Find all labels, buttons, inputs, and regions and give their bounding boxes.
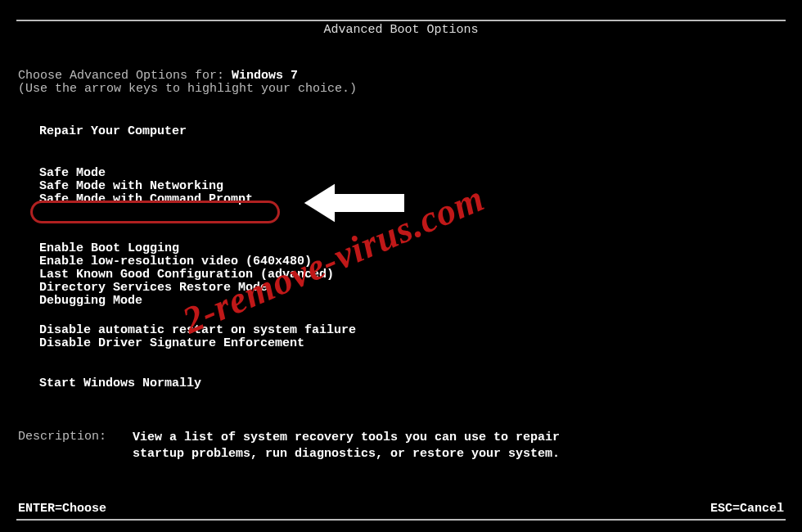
menu-item-debugging[interactable]: Debugging Mode: [39, 294, 142, 308]
border-top: [16, 20, 786, 21]
menu-item-disable-restart[interactable]: Disable automatic restart on system fail…: [39, 323, 356, 337]
instruction-line: (Use the arrow keys to highlight your ch…: [18, 82, 357, 96]
description-text: View a list of system recovery tools you…: [133, 430, 607, 462]
footer-esc: ESC=Cancel: [710, 502, 784, 516]
screen-title: Advanced Boot Options: [0, 23, 802, 37]
arrow-icon: [303, 178, 409, 228]
os-name: Windows 7: [232, 69, 298, 83]
menu-item-safe-mode[interactable]: Safe Mode: [39, 166, 106, 180]
menu-item-last-known-good[interactable]: Last Known Good Configuration (advanced): [39, 268, 334, 282]
border-bottom: [16, 519, 786, 521]
footer-enter: ENTER=Choose: [18, 502, 106, 516]
menu-item-disable-signature[interactable]: Disable Driver Signature Enforcement: [39, 336, 304, 350]
selection-highlight: [30, 201, 280, 223]
description-label: Description:: [18, 430, 106, 444]
prompt-line: Choose Advanced Options for: Windows 7: [18, 69, 298, 83]
menu-item-boot-logging[interactable]: Enable Boot Logging: [39, 241, 179, 255]
menu-item-start-normally[interactable]: Start Windows Normally: [39, 376, 201, 390]
menu-item-directory-restore[interactable]: Directory Services Restore Mode: [39, 281, 268, 295]
prompt-prefix: Choose Advanced Options for:: [18, 69, 232, 83]
menu-item-low-res[interactable]: Enable low-resolution video (640x480): [39, 255, 312, 268]
menu-item-safe-mode-networking[interactable]: Safe Mode with Networking: [39, 179, 223, 193]
menu-item-repair[interactable]: Repair Your Computer: [39, 124, 187, 138]
